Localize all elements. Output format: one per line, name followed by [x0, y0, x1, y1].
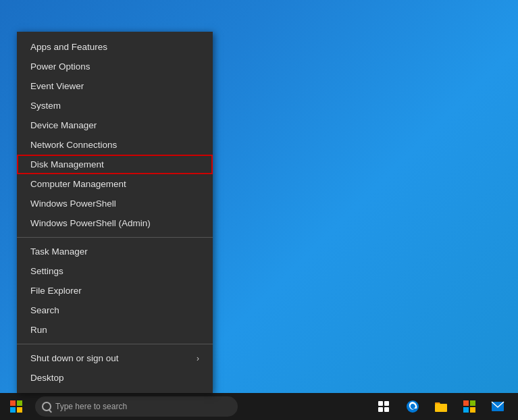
windows-logo-green — [17, 400, 22, 406]
windows-logo-icon — [10, 400, 22, 413]
windows-logo-yellow — [17, 407, 22, 413]
start-button[interactable] — [0, 393, 32, 420]
svg-rect-3 — [384, 407, 389, 412]
menu-divider-1 — [17, 237, 213, 238]
menu-item-computer-management[interactable]: Computer Management — [17, 174, 213, 194]
microsoft-store-button[interactable] — [456, 393, 483, 420]
svg-rect-1 — [384, 401, 389, 406]
file-explorer-taskbar-button[interactable] — [428, 393, 455, 420]
menu-item-shut-down[interactable]: Shut down or sign out › — [17, 348, 213, 368]
menu-item-desktop[interactable]: Desktop — [17, 368, 213, 388]
taskbar-search-box[interactable]: Type here to search — [35, 396, 238, 417]
task-view-button[interactable] — [371, 393, 398, 420]
menu-item-run[interactable]: Run — [17, 320, 213, 340]
svg-rect-0 — [378, 401, 383, 406]
menu-item-system[interactable]: System — [17, 96, 213, 115]
svg-rect-8 — [463, 407, 469, 413]
desktop: Apps and Features Power Options Event Vi… — [0, 0, 518, 420]
menu-item-event-viewer[interactable]: Event Viewer — [17, 76, 213, 96]
svg-rect-5 — [435, 404, 447, 412]
menu-item-device-manager[interactable]: Device Manager — [17, 115, 213, 135]
menu-item-windows-powershell-admin[interactable]: Windows PowerShell (Admin) — [17, 213, 213, 233]
svg-rect-9 — [470, 407, 475, 413]
menu-item-apps-features[interactable]: Apps and Features — [17, 37, 213, 57]
taskbar-system-icons — [371, 393, 518, 420]
menu-item-disk-management[interactable]: Disk Management — [17, 155, 213, 174]
menu-section-mid: Task Manager Settings File Explorer Sear… — [17, 242, 213, 340]
menu-section-top: Apps and Features Power Options Event Vi… — [17, 37, 213, 233]
menu-item-windows-powershell[interactable]: Windows PowerShell — [17, 194, 213, 213]
file-explorer-icon — [434, 400, 448, 413]
menu-item-power-options[interactable]: Power Options — [17, 57, 213, 76]
search-icon — [42, 402, 51, 411]
menu-section-bottom: Shut down or sign out › Desktop — [17, 348, 213, 388]
mail-button[interactable] — [484, 393, 511, 420]
context-menu: Apps and Features Power Options Event Vi… — [17, 32, 213, 393]
search-placeholder-text: Type here to search — [55, 402, 127, 411]
taskbar: Type here to search — [0, 393, 518, 420]
windows-logo-blue — [10, 407, 16, 413]
edge-icon — [406, 400, 419, 413]
menu-item-file-explorer[interactable]: File Explorer — [17, 281, 213, 300]
store-icon — [463, 400, 476, 413]
menu-divider-2 — [17, 344, 213, 344]
windows-logo-red — [10, 400, 16, 406]
svg-rect-6 — [463, 400, 469, 406]
submenu-arrow-icon: › — [197, 354, 199, 363]
svg-rect-7 — [470, 400, 475, 406]
menu-item-network-connections[interactable]: Network Connections — [17, 135, 213, 155]
menu-item-task-manager[interactable]: Task Manager — [17, 242, 213, 261]
svg-rect-2 — [378, 407, 383, 412]
menu-item-settings[interactable]: Settings — [17, 261, 213, 281]
edge-browser-button[interactable] — [399, 393, 426, 420]
mail-icon — [491, 401, 504, 412]
task-view-icon — [378, 401, 390, 412]
menu-item-search[interactable]: Search — [17, 300, 213, 320]
